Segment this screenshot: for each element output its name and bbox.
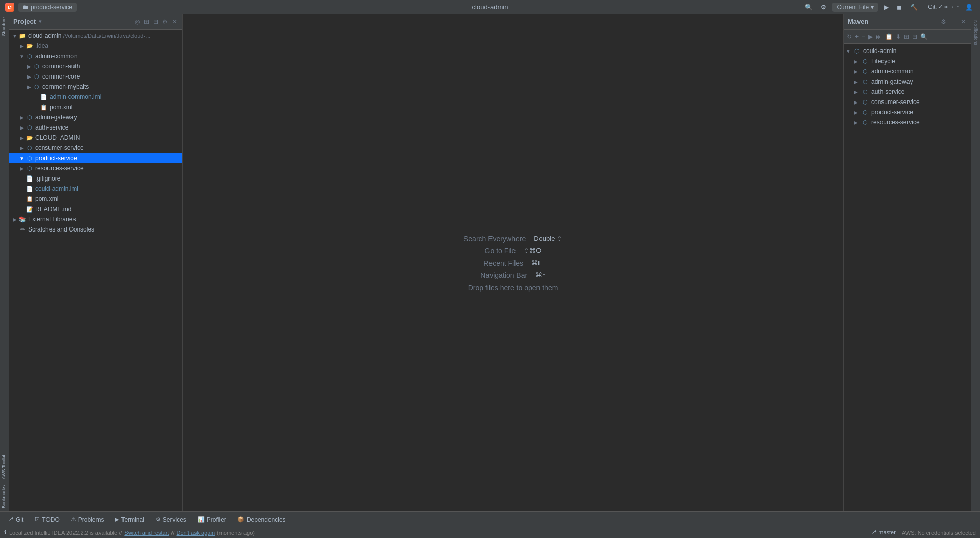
hint-nav-label: Navigation Bar: [480, 271, 527, 279]
aws-toolkit-btn[interactable]: AWS Toolkit: [0, 452, 9, 482]
tree-label-common-core: common-core: [42, 73, 80, 80]
maven-item-auth-service-m[interactable]: ▶ ⬡ auth-service: [844, 87, 971, 97]
tab-todo[interactable]: ☑ TODO: [30, 514, 64, 525]
tab-services[interactable]: ⚙ Services: [151, 514, 191, 525]
todo-tab-label: TODO: [42, 516, 59, 523]
maven-refresh-btn[interactable]: ↻: [846, 32, 853, 41]
maven-arrow-admin-common-m: ▶: [854, 69, 861, 74]
tree-icon-common-auth: ⬡: [33, 62, 41, 70]
profiler-tab-label: Profiler: [207, 516, 226, 523]
search-everywhere-btn[interactable]: 🔍: [803, 3, 815, 12]
tree-icon-admin-common-iml: 📄: [40, 93, 48, 101]
tree-item-common-core[interactable]: ▶ ⬡ common-core: [9, 71, 182, 82]
tree-arrow-admin-common-iml: [33, 93, 40, 101]
tree-item-pom-xml-1[interactable]: 📋 pom.xml: [9, 102, 182, 112]
tree-root[interactable]: ▼ 📁 cloud-admin /Volumes/Data/Erwin/Java…: [9, 31, 182, 41]
maven-icon-resources-service-m: ⬡: [861, 118, 869, 126]
tree-item-cloud-admin[interactable]: ▶ 📂 CLOUD_ADMIN: [9, 133, 182, 143]
tree-item-product-service[interactable]: ▼ ⬡ product-service: [9, 153, 182, 163]
tree-arrow-pom-xml-2: [18, 195, 26, 203]
tree-arrow-could-admin-iml: [18, 185, 26, 193]
tree-icon-common-mybaits: ⬡: [33, 83, 41, 91]
tab-git[interactable]: ⎇ Git: [2, 514, 29, 525]
tree-item-admin-gateway[interactable]: ▶ ⬡ admin-gateway: [9, 112, 182, 122]
structure-tool-btn[interactable]: Structure: [0, 14, 9, 39]
project-tab[interactable]: 🖿 product-service: [18, 3, 77, 12]
left-tool-strip: Structure AWS Toolkit Bookmarks: [0, 14, 9, 511]
tree-item-common-auth[interactable]: ▶ ⬡ common-auth: [9, 61, 182, 71]
tree-item-auth-service[interactable]: ▶ ⬡ auth-service: [9, 122, 182, 133]
maven-remove-btn[interactable]: −: [861, 32, 866, 41]
maven-arrow-lifecycle: ▶: [854, 59, 861, 64]
tree-label-readme: README.md: [35, 206, 71, 213]
maven-search-btn[interactable]: 🔍: [919, 32, 929, 41]
hint-goto-label: Go to File: [485, 247, 516, 255]
settings-btn[interactable]: ⚙: [819, 3, 828, 12]
tree-arrow-admin-gateway: ▶: [18, 113, 26, 121]
tab-dependencies[interactable]: 📦 Dependencies: [232, 514, 291, 525]
maven-settings-btn[interactable]: ⚙: [940, 17, 947, 27]
maven-close-btn[interactable]: ✕: [960, 17, 967, 27]
tree-item-readme[interactable]: 📝 README.md: [9, 204, 182, 214]
tree-icon-admin-common: ⬡: [26, 52, 34, 60]
maven-arrow-auth-service-m: ▶: [854, 89, 861, 95]
problems-tab-label: Problems: [78, 516, 104, 523]
build-btn[interactable]: 🔨: [908, 3, 920, 12]
status-git-branch[interactable]: ⎇ master: [870, 529, 896, 536]
tree-item-admin-common-iml[interactable]: 📄 admin-common.iml: [9, 92, 182, 102]
maven-run-btn[interactable]: ▶: [867, 32, 874, 41]
status-aws[interactable]: AWS: No credentials selected: [902, 530, 976, 536]
profile-btn[interactable]: 👤: [963, 3, 975, 12]
tab-profiler[interactable]: 📊 Profiler: [192, 514, 231, 525]
maven-item-could-admin[interactable]: ▼ ⬡ could-admin: [844, 46, 971, 56]
maven-add-btn[interactable]: +: [854, 32, 860, 41]
tree-item-resources-service[interactable]: ▶ ⬡ resources-service: [9, 163, 182, 173]
tree-item-could-admin-iml[interactable]: 📄 could-admin.iml: [9, 184, 182, 194]
project-expand-btn[interactable]: ⊞: [143, 17, 150, 27]
project-panel-header: Project ▾ ◎ ⊞ ⊟ ⚙ ✕: [9, 14, 182, 30]
tree-label-auth-service: auth-service: [35, 124, 68, 131]
maven-item-consumer-service-m[interactable]: ▶ ⬡ consumer-service: [844, 97, 971, 107]
tree-item-common-mybaits[interactable]: ▶ ⬡ common-mybaits: [9, 82, 182, 92]
switch-restart-link[interactable]: Switch and restart: [124, 530, 169, 536]
maven-item-admin-gateway-m[interactable]: ▶ ⬡ admin-gateway: [844, 76, 971, 87]
todo-tab-icon: ☑: [35, 516, 40, 523]
current-file-btn[interactable]: Current File ▾: [832, 3, 878, 12]
maven-download-btn[interactable]: ⬇: [895, 32, 902, 41]
tree-item-pom-xml-2[interactable]: 📋 pom.xml: [9, 194, 182, 204]
tab-terminal[interactable]: ▶ Terminal: [110, 514, 149, 525]
tree-item-gitignore[interactable]: 📄 .gitignore: [9, 173, 182, 184]
bottom-tabs: ⎇ Git ☑ TODO ⚠ Problems ▶ Terminal ⚙ Ser…: [0, 511, 980, 527]
notification-time: (moments ago): [217, 530, 255, 536]
tree-item-admin-common[interactable]: ▼ ⬡ admin-common: [9, 51, 182, 61]
maven-item-resources-service-m[interactable]: ▶ ⬡ resources-service: [844, 117, 971, 127]
project-collapse-btn[interactable]: ⊟: [152, 17, 159, 27]
maven-item-admin-common[interactable]: ▶ ⬡ admin-common: [844, 66, 971, 76]
title-bar-left: IJ 🖿 product-service: [5, 3, 77, 12]
maven-expand-all-btn[interactable]: ⊞: [903, 32, 910, 41]
run-btn[interactable]: ▶: [882, 3, 891, 12]
notifications-strip-item[interactable]: Notifications: [972, 16, 979, 49]
hint-goto-key: ⇧⌘O: [524, 247, 541, 254]
maven-minimize-btn[interactable]: —: [949, 17, 958, 27]
tree-item-consumer-service[interactable]: ▶ ⬡ consumer-service: [9, 143, 182, 153]
tree-item-external-libs[interactable]: ▶ 📚 External Libraries: [9, 214, 182, 224]
dont-ask-link[interactable]: Don't ask again: [177, 530, 215, 536]
project-locate-btn[interactable]: ◎: [134, 17, 141, 27]
maven-open-config-btn[interactable]: 📋: [884, 32, 894, 41]
tree-item-scratches[interactable]: ✏ Scratches and Consoles: [9, 224, 182, 235]
maven-item-product-service-m[interactable]: ▶ ⬡ product-service: [844, 107, 971, 117]
bookmarks-btn[interactable]: Bookmarks: [0, 482, 9, 511]
main-layout: Structure AWS Toolkit Bookmarks Project …: [0, 14, 980, 511]
project-close-btn[interactable]: ✕: [171, 17, 178, 27]
stop-btn[interactable]: ◼: [895, 3, 904, 12]
project-settings-btn[interactable]: ⚙: [161, 17, 169, 27]
tab-problems[interactable]: ⚠ Problems: [66, 514, 109, 525]
tree-icon-product-service: ⬡: [26, 154, 34, 162]
project-dropdown-btn[interactable]: ▾: [39, 18, 42, 25]
maven-collapse-all-btn[interactable]: ⊟: [911, 32, 918, 41]
tree-label-consumer-service: consumer-service: [35, 144, 84, 151]
maven-item-lifecycle[interactable]: ▶ ⬡ Lifecycle: [844, 56, 971, 66]
tree-item-idea[interactable]: ▶ 📂 .idea: [9, 41, 182, 51]
maven-skip-btn[interactable]: ⏭: [875, 32, 883, 41]
